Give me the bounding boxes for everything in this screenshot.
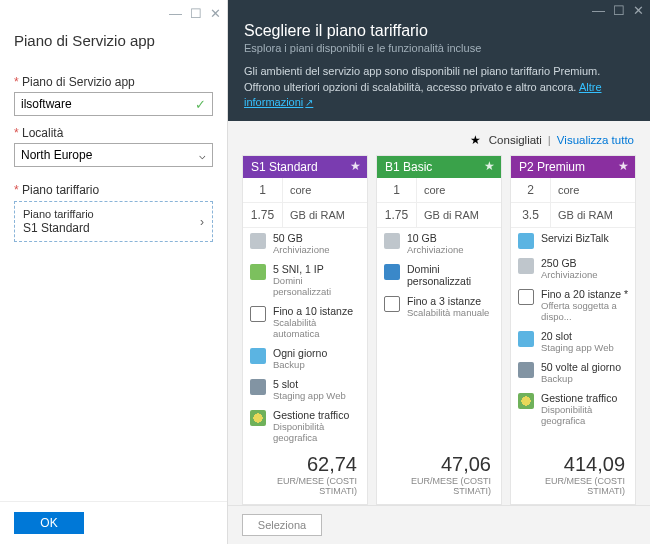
feature-icon bbox=[250, 306, 266, 322]
feature-row: 20 slotStaging app Web bbox=[511, 326, 635, 357]
maximize-icon[interactable]: ☐ bbox=[613, 3, 625, 18]
feature-icon bbox=[518, 362, 534, 378]
close-icon[interactable]: ✕ bbox=[210, 6, 221, 21]
core-label: core bbox=[417, 179, 452, 201]
pricing-card-1[interactable]: B1 Basic★1core1.75GB di RAM10 GBArchivia… bbox=[376, 155, 502, 505]
minimize-icon[interactable]: — bbox=[592, 3, 605, 18]
right-description: Gli ambienti del servizio app sono dispo… bbox=[244, 64, 634, 110]
card-header: B1 Basic★ bbox=[377, 156, 501, 178]
feature-sub: Disponibilità geografica bbox=[273, 421, 360, 443]
ram-value: 1.75 bbox=[243, 203, 283, 227]
tier-small-label: Piano tariffario bbox=[23, 208, 94, 220]
filter-bar: ★ Consigliati | Visualizza tutto bbox=[242, 131, 636, 155]
tier-selector[interactable]: Piano tariffario S1 Standard › bbox=[14, 201, 213, 242]
card-name: S1 Standard bbox=[251, 160, 318, 174]
feature-title: Fino a 20 istanze * bbox=[541, 288, 628, 300]
feature-title: Domini personalizzati bbox=[407, 263, 494, 287]
feature-title: 20 slot bbox=[541, 330, 614, 342]
feature-icon bbox=[384, 296, 400, 312]
price-value: 62,74 bbox=[253, 453, 357, 476]
location-value: North Europe bbox=[21, 148, 92, 162]
star-icon: ★ bbox=[618, 159, 629, 173]
plan-input[interactable] bbox=[21, 97, 195, 111]
left-titlebar: — ☐ ✕ bbox=[0, 0, 227, 26]
feature-row: 5 SNI, 1 IPDomini personalizzati bbox=[243, 259, 367, 301]
feature-title: 10 GB bbox=[407, 232, 464, 244]
feature-sub: Backup bbox=[541, 373, 621, 384]
star-icon: ★ bbox=[350, 159, 361, 173]
location-field[interactable]: North Europe ⌵ bbox=[14, 143, 213, 167]
feature-icon bbox=[250, 264, 266, 280]
feature-row: 50 volte al giornoBackup bbox=[511, 357, 635, 388]
core-label: core bbox=[551, 179, 586, 201]
feature-title: 50 volte al giorno bbox=[541, 361, 621, 373]
feature-icon bbox=[384, 264, 400, 280]
location-label: Località bbox=[14, 126, 213, 140]
left-footer: OK bbox=[0, 501, 227, 544]
feature-icon bbox=[518, 233, 534, 249]
feature-icon bbox=[250, 233, 266, 249]
right-subtitle: Esplora i piani disponibili e le funzion… bbox=[244, 42, 634, 54]
left-panel: — ☐ ✕ Piano di Servizio app Piano di Ser… bbox=[0, 0, 228, 544]
feature-row: 10 GBArchiviazione bbox=[377, 228, 501, 259]
filter-view-all[interactable]: Visualizza tutto bbox=[557, 134, 634, 146]
feature-icon bbox=[518, 331, 534, 347]
feature-row: 5 slotStaging app Web bbox=[243, 374, 367, 405]
feature-row: Gestione trafficoDisponibilità geografic… bbox=[243, 405, 367, 447]
right-header: Scegliere il piano tariffario Esplora i … bbox=[228, 20, 650, 120]
core-value: 1 bbox=[377, 178, 417, 202]
ram-label: GB di RAM bbox=[417, 204, 486, 226]
filter-recommended[interactable]: Consigliati bbox=[489, 134, 542, 146]
price-value: 414,09 bbox=[521, 453, 625, 476]
cards-container: S1 Standard★1core1.75GB di RAM50 GBArchi… bbox=[242, 155, 636, 505]
plan-label: Piano di Servizio app bbox=[14, 75, 213, 89]
feature-row: Domini personalizzati bbox=[377, 259, 501, 291]
chevron-down-icon: ⌵ bbox=[199, 149, 206, 162]
core-value: 2 bbox=[511, 178, 551, 202]
price-label: EUR/MESE (COSTI STIMATI) bbox=[387, 476, 491, 496]
pricing-card-2[interactable]: P2 Premium★2core3.5GB di RAMServizi BizT… bbox=[510, 155, 636, 505]
ok-button[interactable]: OK bbox=[14, 512, 84, 534]
feature-title: 5 SNI, 1 IP bbox=[273, 263, 360, 275]
ram-label: GB di RAM bbox=[283, 204, 352, 226]
right-titlebar: — ☐ ✕ bbox=[228, 0, 650, 20]
card-name: B1 Basic bbox=[385, 160, 432, 174]
feature-title: Servizi BizTalk bbox=[541, 232, 609, 244]
feature-icon bbox=[384, 233, 400, 249]
left-title: Piano di Servizio app bbox=[0, 26, 227, 61]
feature-sub: Archiviazione bbox=[407, 244, 464, 255]
feature-icon bbox=[250, 379, 266, 395]
tier-value: S1 Standard bbox=[23, 221, 94, 235]
feature-title: 5 slot bbox=[273, 378, 346, 390]
close-icon[interactable]: ✕ bbox=[633, 3, 644, 18]
price-label: EUR/MESE (COSTI STIMATI) bbox=[253, 476, 357, 496]
core-label: core bbox=[283, 179, 318, 201]
feature-sub: Staging app Web bbox=[541, 342, 614, 353]
core-value: 1 bbox=[243, 178, 283, 202]
feature-icon bbox=[250, 348, 266, 364]
select-button[interactable]: Seleziona bbox=[242, 514, 322, 536]
price-block: 62,74EUR/MESE (COSTI STIMATI) bbox=[243, 447, 367, 504]
feature-row: 50 GBArchiviazione bbox=[243, 228, 367, 259]
feature-sub: Offerta soggetta a dispo... bbox=[541, 300, 628, 322]
minimize-icon[interactable]: — bbox=[169, 6, 182, 21]
right-panel: — ☐ ✕ Scegliere il piano tariffario Espl… bbox=[228, 0, 650, 544]
pricing-card-0[interactable]: S1 Standard★1core1.75GB di RAM50 GBArchi… bbox=[242, 155, 368, 505]
feature-sub: Archiviazione bbox=[273, 244, 330, 255]
feature-row: Gestione trafficoDisponibilità geografic… bbox=[511, 388, 635, 430]
maximize-icon[interactable]: ☐ bbox=[190, 6, 202, 21]
feature-sub: Disponibilità geografica bbox=[541, 404, 628, 426]
feature-row: Fino a 20 istanze *Offerta soggetta a di… bbox=[511, 284, 635, 326]
feature-row: Servizi BizTalk bbox=[511, 228, 635, 253]
price-value: 47,06 bbox=[387, 453, 491, 476]
plan-field[interactable]: ✓ bbox=[14, 92, 213, 116]
feature-row: Ogni giornoBackup bbox=[243, 343, 367, 374]
feature-icon bbox=[518, 289, 534, 305]
feature-sub: Backup bbox=[273, 359, 327, 370]
feature-title: Ogni giorno bbox=[273, 347, 327, 359]
chevron-right-icon: › bbox=[200, 215, 204, 229]
ram-value: 3.5 bbox=[511, 203, 551, 227]
tier-label: Piano tariffario bbox=[14, 183, 213, 197]
price-label: EUR/MESE (COSTI STIMATI) bbox=[521, 476, 625, 496]
feature-row: Fino a 3 istanzeScalabilità manuale bbox=[377, 291, 501, 322]
